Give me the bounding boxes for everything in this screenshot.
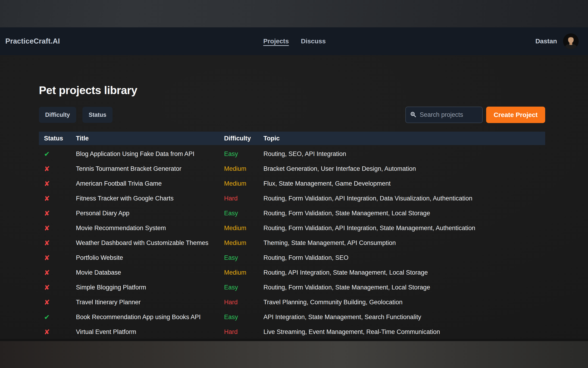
cross-icon: ✘ bbox=[44, 328, 76, 336]
topic-list: Routing, Form Validation, SEO bbox=[263, 254, 545, 261]
project-title: Movie Recommendation System bbox=[76, 225, 224, 232]
difficulty-label: Hard bbox=[224, 328, 263, 336]
cross-icon: ✘ bbox=[44, 165, 76, 173]
topic-list: Routing, Form Validation, API Integratio… bbox=[263, 195, 545, 202]
table-bottom-shadow bbox=[0, 339, 588, 341]
topic-list: Routing, Form Validation, API Integratio… bbox=[263, 225, 545, 232]
column-header-title: Title bbox=[76, 135, 224, 142]
difficulty-label: Easy bbox=[224, 150, 263, 157]
difficulty-label: Medium bbox=[224, 239, 263, 247]
check-icon: ✔ bbox=[44, 313, 76, 321]
project-title: Travel Itinerary Planner bbox=[76, 299, 224, 306]
project-title: Personal Diary App bbox=[76, 210, 224, 217]
difficulty-label: Medium bbox=[224, 269, 263, 276]
table-row[interactable]: ✘American Football Trivia GameMediumFlux… bbox=[39, 176, 545, 191]
difficulty-label: Hard bbox=[224, 195, 263, 202]
column-header-status: Status bbox=[44, 135, 76, 142]
cross-icon: ✘ bbox=[44, 180, 76, 188]
top-gradient-band bbox=[0, 0, 588, 27]
project-title: Virtual Event Platform bbox=[76, 328, 224, 336]
cross-icon: ✘ bbox=[44, 194, 76, 202]
project-title: Simple Blogging Platform bbox=[76, 284, 224, 291]
topic-list: Routing, Form Validation, State Manageme… bbox=[263, 284, 545, 291]
table-row[interactable]: ✘Portfolio WebsiteEasyRouting, Form Vali… bbox=[39, 250, 545, 265]
project-title: Book Recommendation App using Books API bbox=[76, 313, 224, 321]
check-icon: ✔ bbox=[44, 150, 76, 158]
topic-list: Flux, State Management, Game Development bbox=[263, 180, 545, 187]
cross-icon: ✘ bbox=[44, 239, 76, 247]
topic-list: Routing, API Integration, State Manageme… bbox=[263, 269, 545, 276]
avatar-photo bbox=[563, 33, 579, 49]
topic-list: Bracket Generation, User Interface Desig… bbox=[263, 165, 545, 172]
status-filter-button[interactable]: Status bbox=[82, 107, 113, 123]
difficulty-label: Medium bbox=[224, 165, 263, 172]
nav-item-discuss[interactable]: Discuss bbox=[301, 37, 326, 45]
topic-list: Live Streaming, Event Management, Real-T… bbox=[263, 328, 545, 336]
create-project-button[interactable]: Create Project bbox=[486, 107, 545, 123]
table-row[interactable]: ✘Movie Recommendation SystemMediumRoutin… bbox=[39, 221, 545, 235]
project-title: Weather Dashboard with Customizable Them… bbox=[76, 239, 224, 247]
cross-icon: ✘ bbox=[44, 254, 76, 262]
project-title: Blog Application Using Fake Data from AP… bbox=[76, 150, 224, 157]
cross-icon: ✘ bbox=[44, 269, 76, 277]
page-title: Pet projects library bbox=[39, 84, 137, 97]
nav-links: ProjectsDiscuss bbox=[263, 27, 326, 55]
projects-table: StatusTitleDifficultyTopic ✔Blog Applica… bbox=[39, 132, 545, 339]
difficulty-label: Hard bbox=[224, 299, 263, 306]
search-box[interactable] bbox=[405, 107, 483, 123]
topic-list: Routing, SEO, API Integration bbox=[263, 150, 545, 157]
table-header: StatusTitleDifficultyTopic bbox=[39, 132, 545, 145]
cross-icon: ✘ bbox=[44, 283, 76, 292]
column-header-topic: Topic bbox=[263, 135, 545, 142]
cross-icon: ✘ bbox=[44, 224, 76, 232]
cross-icon: ✘ bbox=[44, 298, 76, 306]
nav-item-projects[interactable]: Projects bbox=[263, 37, 289, 45]
difficulty-label: Medium bbox=[224, 225, 263, 232]
table-row[interactable]: ✔Blog Application Using Fake Data from A… bbox=[39, 147, 545, 161]
bottom-gradient-band bbox=[0, 341, 588, 368]
search-input[interactable] bbox=[420, 111, 478, 119]
project-title: Portfolio Website bbox=[76, 254, 224, 261]
filter-bar: Difficulty Status bbox=[39, 107, 113, 123]
table-row[interactable]: ✘Tennis Tournament Bracket GeneratorMedi… bbox=[39, 161, 545, 176]
difficulty-label: Medium bbox=[224, 180, 263, 187]
table-row[interactable]: ✘Simple Blogging PlatformEasyRouting, Fo… bbox=[39, 280, 545, 295]
topic-list: API Integration, State Management, Searc… bbox=[263, 313, 545, 321]
project-title: Tennis Tournament Bracket Generator bbox=[76, 165, 224, 172]
table-body: ✔Blog Application Using Fake Data from A… bbox=[39, 147, 545, 339]
project-title: Fitness Tracker with Google Charts bbox=[76, 195, 224, 202]
brand-logo: PracticeCraft.AI bbox=[5, 27, 60, 55]
difficulty-label: Easy bbox=[224, 284, 263, 291]
table-row[interactable]: ✘Virtual Event PlatformHardLive Streamin… bbox=[39, 324, 545, 339]
table-row[interactable]: ✘Personal Diary AppEasyRouting, Form Val… bbox=[39, 206, 545, 221]
top-nav: PracticeCraft.AI ProjectsDiscuss Dastan bbox=[0, 27, 588, 55]
difficulty-label: Easy bbox=[224, 210, 263, 217]
table-row[interactable]: ✘Movie DatabaseMediumRouting, API Integr… bbox=[39, 265, 545, 280]
project-title: Movie Database bbox=[76, 269, 224, 276]
user-name[interactable]: Dastan bbox=[535, 37, 557, 45]
table-row[interactable]: ✔Book Recommendation App using Books API… bbox=[39, 310, 545, 324]
topic-list: Travel Planning, Community Building, Geo… bbox=[263, 299, 545, 306]
user-area: Dastan bbox=[535, 27, 579, 55]
difficulty-filter-button[interactable]: Difficulty bbox=[39, 107, 76, 123]
column-header-difficulty: Difficulty bbox=[224, 135, 263, 142]
search-icon bbox=[410, 111, 416, 119]
difficulty-label: Easy bbox=[224, 254, 263, 261]
table-row[interactable]: ✘Fitness Tracker with Google ChartsHardR… bbox=[39, 191, 545, 206]
topic-list: Routing, Form Validation, State Manageme… bbox=[263, 210, 545, 217]
table-row[interactable]: ✘Weather Dashboard with Customizable The… bbox=[39, 235, 545, 250]
cross-icon: ✘ bbox=[44, 209, 76, 217]
user-avatar[interactable] bbox=[563, 33, 579, 49]
table-row[interactable]: ✘Travel Itinerary PlannerHardTravel Plan… bbox=[39, 295, 545, 310]
app-root: PracticeCraft.AI ProjectsDiscuss Dastan … bbox=[0, 0, 588, 368]
difficulty-label: Easy bbox=[224, 313, 263, 321]
project-title: American Football Trivia Game bbox=[76, 180, 224, 187]
topic-list: Theming, State Management, API Consumpti… bbox=[263, 239, 545, 247]
